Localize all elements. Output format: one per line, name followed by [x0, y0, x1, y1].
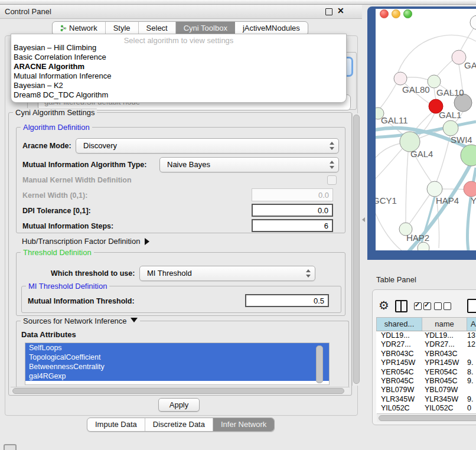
tab-discretize-data[interactable]: Discretize Data: [145, 418, 213, 431]
mi-threshold-field[interactable]: 0.5: [245, 294, 329, 307]
table-cell: YLR345W: [421, 395, 465, 404]
node-label: Y: [471, 195, 476, 206]
node-label: HAP4: [436, 195, 459, 206]
network-view-window[interactable]: GAL GAL80 GAL10 GAL1 GAL11 SWI4 GAL4 GCY…: [367, 6, 476, 260]
column-header[interactable]: shared...: [377, 318, 422, 331]
table-row[interactable]: YDL19...YDL19...13: [376, 331, 476, 340]
table-cell: 8.: [465, 368, 473, 377]
node-label: GAL1: [439, 110, 461, 120]
table-cell: 0: [465, 404, 471, 413]
table-row[interactable]: YBR043CYBR043C: [376, 350, 476, 358]
network-canvas[interactable]: GAL GAL80 GAL10 GAL1 GAL11 SWI4 GAL4 GCY…: [376, 9, 476, 250]
stepper-icon: [329, 160, 334, 169]
table-row[interactable]: YDR27...YDR27...12: [376, 340, 476, 349]
table-row[interactable]: YBL079WYBL079W: [376, 386, 476, 394]
settings-horizontal-scrollbar[interactable]: [11, 387, 350, 394]
check-all-icon[interactable]: [414, 302, 433, 312]
table-cell: YBR043C: [376, 350, 421, 358]
table-cell: YER054C: [421, 368, 465, 377]
tab-infer-network[interactable]: Infer Network: [213, 418, 274, 431]
expand-right-icon: [145, 238, 149, 245]
table-cell: YBR043C: [421, 350, 465, 358]
table-cell: YDL19...: [376, 331, 421, 340]
node-label: GAL10: [436, 87, 464, 97]
mi-type-label: Mutual Information Algorithm Type:: [22, 161, 146, 169]
dropdown-item[interactable]: Basic Correlation Inference: [14, 53, 338, 62]
collapse-down-icon: [131, 318, 138, 322]
dropdown-item[interactable]: Mutual Information Inference: [14, 71, 338, 81]
cyni-algorithm-settings-title: Cyni Algorithm Settings: [13, 108, 97, 117]
table-cell: YIL052C: [421, 404, 465, 413]
table-row[interactable]: YBR045CYBR045C9.: [376, 377, 476, 386]
tab-jactivemnodules[interactable]: jActiveMNodules: [235, 22, 308, 35]
list-item-selected[interactable]: BetweennessCentrality: [25, 362, 329, 371]
threshold-definition-group: Threshold Definition Which threshold to …: [16, 252, 345, 316]
list-item-selected[interactable]: SelfLoops: [25, 343, 329, 353]
tab-cyni-toolbox[interactable]: Cyni Toolbox: [176, 22, 235, 35]
minimize-window-icon[interactable]: [392, 9, 400, 18]
algorithm-dropdown: Select algorithm to view settings Bayesi…: [11, 34, 347, 103]
which-threshold-combo[interactable]: MI Threshold: [139, 266, 315, 281]
document-icon[interactable]: [467, 299, 476, 313]
tab-style[interactable]: Style: [106, 22, 139, 35]
uncheck-all-icon[interactable]: [434, 302, 453, 312]
node-table[interactable]: shared... name A YDL19...YDL19...13YDR27…: [376, 317, 476, 413]
close-icon[interactable]: ✕: [337, 6, 344, 15]
list-item-selected[interactable]: TopologicalCoefficient: [25, 353, 329, 362]
table-row[interactable]: YIL052CYIL052C0: [376, 404, 476, 413]
zoom-window-icon[interactable]: [403, 9, 412, 18]
node-label: GAL4: [410, 149, 433, 159]
dpi-tolerance-field[interactable]: 0.0: [252, 204, 333, 217]
column-header[interactable]: name: [422, 318, 467, 331]
network-graph[interactable]: GAL GAL80 GAL10 GAL1 GAL11 SWI4 GAL4 GCY…: [376, 9, 476, 250]
kernel-width-label: Kernel Width (0,1):: [22, 191, 87, 200]
table-cell: YBL079W: [421, 386, 465, 394]
cyni-bottom-tabbar: Impute Data Discretize Data Infer Networ…: [87, 418, 275, 432]
table-horizontal-scrollbar[interactable]: [377, 413, 476, 422]
float-window-icon[interactable]: [325, 8, 332, 15]
table-cell: YPR145W: [376, 358, 421, 367]
mi-steps-label: Mutual Information Steps:: [22, 222, 113, 230]
hub-tf-definition-toggle[interactable]: Hub/Transcription Factor Definition: [22, 237, 149, 246]
table-row[interactable]: YLR345WYLR345W9.: [376, 395, 476, 404]
collapsed-panel-icon[interactable]: [4, 444, 17, 450]
gear-icon[interactable]: ⚙: [379, 299, 389, 311]
mi-type-combo[interactable]: Naive Bayes: [159, 157, 339, 172]
tab-select[interactable]: Select: [139, 22, 176, 35]
control-panel-title: Control Panel: [5, 7, 51, 16]
split-columns-icon[interactable]: [395, 300, 407, 312]
apply-button[interactable]: Apply: [158, 398, 200, 412]
sources-group: Sources for Network Inference Data Attri…: [16, 321, 349, 387]
close-window-icon[interactable]: [380, 9, 389, 18]
table-panel-title: Table Panel: [376, 275, 416, 284]
tab-impute-data[interactable]: Impute Data: [87, 418, 145, 431]
dropdown-item-highlighted[interactable]: ARACNE Algorithm: [14, 62, 338, 71]
kernel-width-field[interactable]: 0.0: [252, 188, 333, 201]
manual-kernel-checkbox[interactable]: [327, 175, 337, 185]
mi-threshold-title: MI Threshold Definition: [26, 282, 109, 291]
table-cell: 9.: [465, 395, 473, 404]
column-header[interactable]: A: [467, 318, 476, 331]
aracne-mode-label: Aracne Mode:: [22, 142, 71, 150]
dropdown-item[interactable]: Bayesian – K2: [14, 81, 338, 90]
node-label: SWI4: [451, 135, 472, 145]
sources-title[interactable]: Sources for Network Inference: [21, 317, 140, 325]
node-label: GCY1: [376, 195, 397, 206]
aracne-mode-combo[interactable]: Discovery: [76, 138, 339, 154]
settings-vertical-scrollbar[interactable]: [352, 113, 360, 386]
list-scrollbar[interactable]: [316, 345, 323, 383]
tab-network[interactable]: Network: [53, 22, 106, 35]
list-item-selected[interactable]: gal4RGexp: [25, 371, 329, 381]
stepper-icon: [329, 141, 334, 151]
table-cell: [465, 386, 467, 394]
dropdown-item[interactable]: Dream8 DC_TDC Algorithm: [14, 90, 338, 100]
data-attributes-list[interactable]: SelfLoops TopologicalCoefficient Between…: [25, 343, 330, 385]
dropdown-item[interactable]: Bayesian – Hill Climbing: [14, 43, 338, 53]
table-row[interactable]: YPR145WYPR145W9.: [376, 358, 476, 367]
table-row[interactable]: YER054CYER054C8.: [376, 368, 476, 377]
splitter-handle-icon[interactable]: [360, 217, 365, 222]
table-cell: [465, 350, 467, 358]
mi-steps-field[interactable]: 6: [252, 219, 333, 232]
which-threshold-label: Which threshold to use:: [51, 269, 135, 278]
table-cell: YDR27...: [376, 340, 421, 349]
